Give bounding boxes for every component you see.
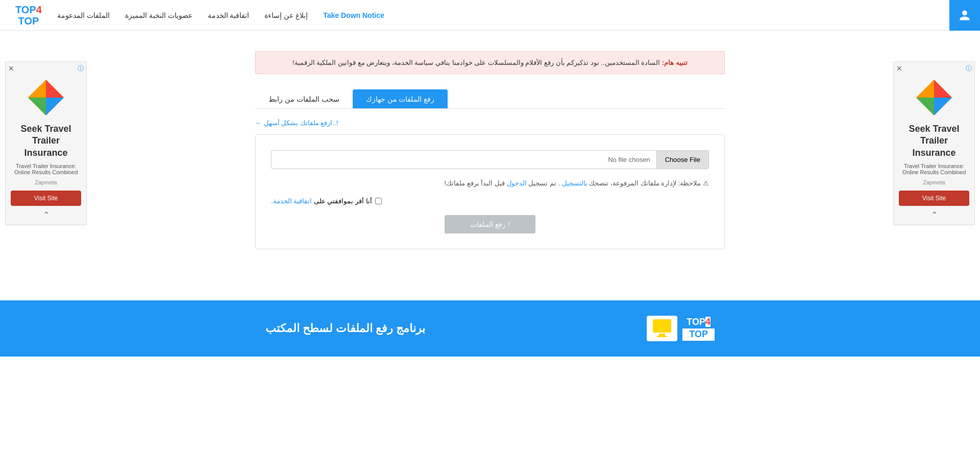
svg-rect-11	[659, 334, 665, 336]
person-icon	[959, 9, 971, 21]
warning-icon: ⚠	[703, 179, 709, 187]
terms-label: أنا أقر بموافقتي على اتفاقية الخدمة.	[271, 197, 372, 205]
ad-close-right[interactable]: ✕	[896, 64, 902, 73]
warning-text: السادة المستخدمين.. نود تذكيركم بأن رفع …	[292, 59, 660, 66]
svg-marker-8	[916, 80, 934, 98]
svg-marker-9	[934, 98, 952, 115]
ad-scroll-up-right[interactable]: ⌃	[899, 210, 969, 220]
desktop-icon	[652, 318, 672, 339]
ad-left: ⓘ ✕ Seek Travel Trailer Insurance Travel…	[5, 61, 87, 225]
svg-marker-3	[28, 80, 46, 98]
ad-title-right: Seek Travel Trailer Insurance	[899, 123, 969, 159]
note-row: ⚠ ملاحظة: لإدارة ملفاتك المرفوعة، تنصحك …	[271, 179, 709, 187]
upload-tabs: رفع الملفات من جهازك سحب الملفات من رابط	[255, 89, 725, 109]
note-text-2: . تم تسجيل	[527, 179, 560, 187]
ad-right: ⓘ ✕ Seek Travel Trailer Insurance Travel…	[893, 61, 975, 225]
ad-visit-btn-left[interactable]: Visit Site	[11, 191, 81, 206]
terms-prefix: أنا أقر بموافقتي على	[314, 197, 372, 205]
upload-link-arrow: ←	[255, 119, 262, 127]
main-nav: الملفات المدعومة عضويات النخبة المميزة ا…	[42, 11, 949, 19]
footer-logo: TOP4 TOP	[643, 316, 715, 341]
nav-item-terms[interactable]: اتفاقية الخدمة	[208, 11, 250, 19]
svg-marker-1	[46, 80, 64, 98]
ad-visit-btn-right[interactable]: Visit Site	[899, 191, 969, 206]
choose-file-button[interactable]: Choose File	[656, 151, 708, 169]
site-logo: TOP4 TOP	[15, 4, 42, 27]
terms-row: أنا أقر بموافقتي على اتفاقية الخدمة.	[271, 197, 709, 205]
ad-title-left: Seek Travel Trailer Insurance	[11, 123, 81, 159]
ad-subtitle-right: Travel Trailer Insurance: Online Results…	[899, 163, 969, 175]
terms-link[interactable]: اتفاقية الخدمة.	[271, 197, 312, 205]
svg-marker-7	[916, 98, 934, 115]
terms-checkbox[interactable]	[375, 198, 382, 204]
ad-subtitle-left: Travel Trailer Insurance: Online Results…	[11, 163, 81, 175]
ad-info-right[interactable]: ⓘ	[966, 64, 972, 73]
ad-brand-left: Zapmeta	[11, 179, 81, 185]
footer-bar: برنامج رفع الملفات لسطح المكتب TOP4 TOP	[0, 300, 980, 357]
footer-title: برنامج رفع الملفات لسطح المكتب	[265, 322, 425, 335]
ad-brand-right: Zapmeta	[899, 179, 969, 185]
nav-item-report[interactable]: إبلاغ عن إساءة	[264, 11, 308, 19]
note-text-3: قبل البدأ برفع ملفاتك!	[445, 179, 505, 187]
file-no-chosen-label: No file chosen	[272, 151, 656, 169]
warning-box: تنبيه هام: السادة المستخدمين.. نود تذكير…	[255, 51, 725, 74]
warning-bold: تنبيه هام:	[662, 59, 688, 66]
main-content: تنبيه هام: السادة المستخدمين.. نود تذكير…	[245, 31, 735, 270]
nav-item-supported-files[interactable]: الملفات المدعومة	[57, 11, 110, 19]
svg-marker-4	[46, 98, 64, 115]
tab-upload-from-device[interactable]: رفع الملفات من جهازك	[353, 89, 448, 108]
svg-marker-6	[934, 80, 952, 98]
footer-bar-inner: برنامج رفع الملفات لسطح المكتب TOP4 TOP	[245, 316, 735, 341]
header: الملفات المدعومة عضويات النخبة المميزة ا…	[0, 0, 980, 31]
file-input-row: Choose File No file chosen	[271, 150, 709, 169]
submit-row: ! رفع الملفات	[271, 215, 709, 233]
ad-logo-left	[26, 77, 66, 118]
nav-item-takedown[interactable]: Take Down Notice	[323, 11, 384, 19]
svg-rect-12	[657, 336, 667, 337]
ad-info-left[interactable]: ⓘ	[78, 64, 84, 73]
submit-button[interactable]: ! رفع الملفات	[445, 215, 535, 233]
note-register-link[interactable]: بالتسجيل	[562, 179, 587, 187]
upload-helper-anchor[interactable]: ارفع ملفاتك بشكل أسهل..!	[264, 119, 338, 127]
svg-rect-10	[653, 319, 671, 333]
upload-helper-link: ← ارفع ملفاتك بشكل أسهل..!	[255, 119, 725, 127]
upload-box: Choose File No file chosen ⚠ ملاحظة: لإد…	[255, 134, 725, 249]
svg-marker-2	[28, 98, 46, 115]
ad-scroll-up-left[interactable]: ⌃	[11, 210, 81, 220]
note-login-link[interactable]: الدخول	[507, 179, 527, 187]
user-icon-button[interactable]	[949, 0, 980, 31]
note-text-1: ملاحظة: لإدارة ملفاتك المرفوعة، تنصحك	[587, 179, 701, 187]
ad-close-left[interactable]: ✕	[8, 64, 14, 73]
tab-pull-from-url[interactable]: سحب الملفات من رابط	[255, 89, 353, 108]
ad-logo-right	[914, 77, 954, 118]
nav-item-elite[interactable]: عضويات النخبة المميزة	[125, 11, 192, 19]
